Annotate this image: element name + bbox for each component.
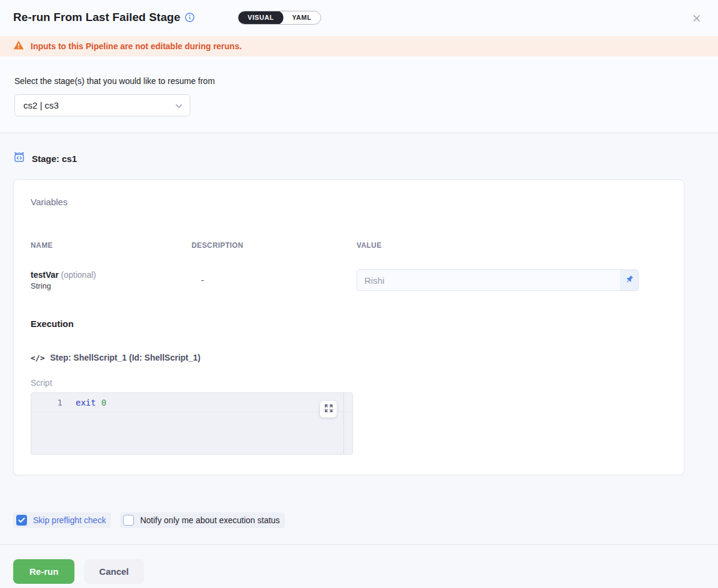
cancel-button[interactable]: Cancel [84, 559, 143, 584]
step-row: </> Step: ShellScript_1 (Id: ShellScript… [31, 353, 667, 362]
action-buttons-row: Re-run Cancel [13, 559, 718, 584]
stage-title-row: Stage: cs1 [0, 133, 718, 166]
code-number: 0 [101, 398, 106, 407]
variable-type: String [31, 281, 192, 290]
chevron-down-icon [175, 100, 183, 111]
options-row: Skip preflight check Notify only me abou… [13, 512, 718, 528]
column-header-description: DESCRIPTION [192, 241, 357, 250]
column-header-value: VALUE [357, 241, 667, 250]
step-title: Step: ShellScript_1 (Id: ShellScript_1) [50, 353, 201, 362]
variable-value-field [357, 269, 639, 291]
variable-name: testVar [31, 270, 59, 280]
visual-yaml-toggle[interactable]: VISUAL YAML [238, 11, 321, 25]
stage-select-dropdown[interactable]: cs2 | cs3 [14, 94, 190, 116]
close-icon [692, 16, 701, 25]
code-keyword: exit [76, 398, 96, 407]
script-code-editor[interactable]: 1 exit 0 [31, 392, 353, 455]
stage-select-value: cs2 | cs3 [23, 100, 175, 110]
warning-text: Inputs to this Pipeline are not editable… [31, 41, 242, 51]
variable-name-cell: testVar (optional) String [31, 270, 192, 290]
variables-table-header: NAME DESCRIPTION VALUE [31, 241, 667, 250]
line-number: 1 [54, 398, 62, 407]
page-title: Re-run From Last Failed Stage [13, 11, 180, 24]
stage-select-label: Select the stage(s) that you would like … [14, 76, 718, 86]
script-label: Script [31, 378, 667, 388]
warning-banner: Inputs to this Pipeline are not editable… [0, 36, 718, 56]
close-button[interactable] [690, 11, 704, 27]
variables-heading: Variables [31, 197, 667, 207]
modal-header: Re-run From Last Failed Stage VISUAL YAM… [0, 0, 718, 27]
notify-only-me-label: Notify only me about execution status [140, 515, 280, 525]
pin-input-type-button[interactable] [620, 270, 638, 290]
pin-icon [625, 275, 634, 286]
table-row: testVar (optional) String - [31, 269, 667, 291]
tab-visual[interactable]: VISUAL [238, 11, 283, 25]
footer-divider [0, 544, 718, 545]
column-header-name: NAME [31, 241, 192, 250]
expand-editor-button[interactable] [320, 401, 337, 418]
tab-yaml[interactable]: YAML [283, 11, 321, 24]
variable-description: - [192, 275, 357, 285]
checkbox-unchecked-icon[interactable] [123, 515, 134, 526]
variable-value-input[interactable] [357, 270, 620, 290]
warning-icon [13, 40, 24, 52]
code-line: 1 exit 0 [31, 393, 352, 412]
checkbox-checked-icon[interactable] [16, 515, 27, 526]
rerun-button[interactable]: Re-run [13, 559, 74, 584]
code-step-icon: </> [31, 353, 44, 362]
notify-only-me-checkbox[interactable]: Notify only me about execution status [120, 512, 285, 528]
execution-heading: Execution [31, 319, 667, 329]
stage-form-section: Stage: cs1 Variables NAME DESCRIPTION VA… [0, 133, 718, 588]
skip-preflight-checkbox[interactable]: Skip preflight check [13, 512, 111, 528]
modal-top-section: Re-run From Last Failed Stage VISUAL YAM… [0, 0, 718, 133]
expand-icon [325, 404, 333, 414]
custom-stage-icon [13, 151, 25, 166]
skip-preflight-label: Skip preflight check [33, 515, 106, 525]
editor-scrollbar-track [343, 393, 344, 454]
variable-optional-tag: (optional) [59, 270, 96, 280]
stage-title: Stage: cs1 [32, 154, 77, 164]
info-icon[interactable] [185, 13, 195, 22]
stage-inputs-card: Variables NAME DESCRIPTION VALUE testVar… [13, 179, 684, 475]
